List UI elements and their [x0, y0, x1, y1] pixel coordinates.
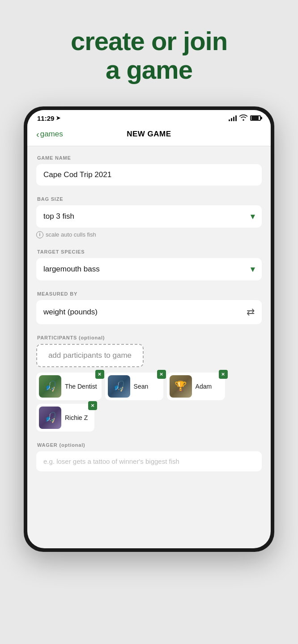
- hero-title: create or join a game: [18, 27, 280, 84]
- form-content: GAME NAME Cape Cod Trip 2021 BAG SIZE to…: [27, 146, 271, 496]
- participant-name-adam: Adam: [196, 383, 212, 390]
- bag-size-value: top 3 fish: [43, 212, 74, 221]
- participant-card-sean: 🎣 Sean ×: [105, 373, 163, 400]
- avatar-richie: 🎣: [39, 407, 61, 429]
- avatar-sean: 🎣: [108, 375, 130, 398]
- game-name-input[interactable]: Cape Cod Trip 2021: [36, 164, 262, 186]
- target-species-value: largemouth bass: [43, 265, 100, 274]
- back-chevron-icon: ‹: [36, 129, 39, 140]
- measured-by-label: MEASURED BY: [37, 291, 262, 297]
- phone-mockup: 11:29 ➤: [24, 106, 274, 552]
- bag-size-select[interactable]: top 3 fish ▾: [36, 205, 262, 228]
- participants-field-group: PARTICIPANTS (optional) add participants…: [36, 335, 262, 432]
- measured-by-value: weight (pounds): [43, 308, 98, 317]
- navigation-icon: ➤: [56, 115, 60, 121]
- participants-label: PARTICIPANTS (optional): [37, 335, 262, 340]
- participant-card-dentist: 🎣 The Dentist ×: [36, 373, 102, 400]
- hero-section: create or join a game: [0, 0, 298, 102]
- game-name-label: GAME NAME: [37, 155, 262, 161]
- avatar-dentist: 🎣: [39, 375, 61, 398]
- bag-size-chevron-icon: ▾: [251, 212, 255, 221]
- back-button[interactable]: ‹ games: [36, 129, 63, 140]
- add-participants-button[interactable]: add participants to game: [36, 344, 144, 367]
- back-label: games: [40, 130, 63, 139]
- wager-input[interactable]: e.g. loser gets a tattoo of winner's big…: [36, 451, 262, 471]
- bag-size-label: BAG SIZE: [37, 196, 262, 202]
- participant-card-adam: 🏆 Adam ×: [167, 373, 225, 400]
- participant-name-dentist: The Dentist: [65, 383, 97, 390]
- participant-name-sean: Sean: [134, 383, 149, 390]
- participant-name-richie: Richie Z: [65, 414, 88, 421]
- signal-bars-icon: [229, 115, 237, 121]
- game-name-field-group: GAME NAME Cape Cod Trip 2021: [36, 155, 262, 186]
- target-species-field-group: TARGET SPECIES largemouth bass ▾: [36, 249, 262, 280]
- nav-bar: ‹ games NEW GAME: [27, 125, 271, 146]
- status-icons: [229, 114, 261, 122]
- measured-by-field-group: MEASURED BY weight (pounds) ⇄: [36, 291, 262, 324]
- info-icon: i: [36, 231, 43, 238]
- wager-field-group: WAGER (optional) e.g. loser gets a tatto…: [36, 442, 262, 471]
- participant-card-richie: 🎣 Richie Z ×: [36, 404, 94, 432]
- phone-screen: 11:29 ➤: [27, 110, 271, 548]
- status-time: 11:29 ➤: [37, 114, 60, 122]
- target-species-chevron-icon: ▾: [251, 264, 255, 274]
- wager-label: WAGER (optional): [37, 442, 262, 448]
- page-title: NEW GAME: [63, 130, 235, 139]
- measured-by-select[interactable]: weight (pounds) ⇄: [36, 300, 262, 324]
- remove-dentist-button[interactable]: ×: [95, 370, 104, 379]
- participants-grid: 🎣 The Dentist × 🎣 Sean ×: [36, 373, 262, 432]
- target-species-label: TARGET SPECIES: [37, 249, 262, 254]
- battery-icon: [250, 115, 261, 121]
- status-bar: 11:29 ➤: [27, 110, 271, 125]
- remove-sean-button[interactable]: ×: [157, 370, 166, 379]
- remove-richie-button[interactable]: ×: [88, 401, 97, 410]
- avatar-adam: 🏆: [170, 375, 192, 398]
- swap-icon: ⇄: [247, 306, 255, 318]
- bag-size-helper: i scale auto culls fish: [36, 231, 262, 238]
- remove-adam-button[interactable]: ×: [219, 370, 228, 379]
- wifi-icon: [239, 114, 247, 122]
- target-species-select[interactable]: largemouth bass ▾: [36, 258, 262, 280]
- bag-size-field-group: BAG SIZE top 3 fish ▾ i scale auto culls…: [36, 196, 262, 238]
